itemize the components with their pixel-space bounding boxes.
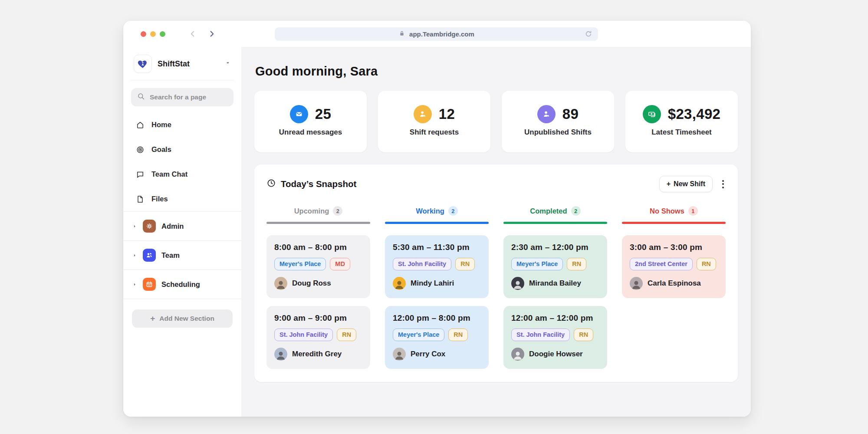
employee-name: Perry Cox bbox=[411, 350, 445, 358]
clock-icon bbox=[266, 178, 276, 190]
plus-icon: + bbox=[667, 180, 671, 188]
sidebar-item-label: Goals bbox=[151, 145, 171, 154]
sidebar-section-team[interactable]: Team bbox=[131, 241, 233, 270]
chevron-right-icon[interactable] bbox=[132, 224, 137, 229]
tab-label: Completed bbox=[530, 207, 567, 215]
reload-icon[interactable] bbox=[584, 30, 593, 39]
sidebar-item-files[interactable]: Files bbox=[131, 187, 233, 211]
shift-card[interactable]: 8:00 am – 8:00 pm Meyer's Place MD Doug … bbox=[266, 235, 370, 298]
role-chip: RN bbox=[574, 329, 593, 341]
forward-button[interactable] bbox=[207, 29, 217, 39]
chevron-right-icon[interactable] bbox=[132, 253, 137, 258]
tab-completed[interactable]: Completed 2 bbox=[503, 206, 607, 224]
file-icon bbox=[135, 195, 145, 204]
stat-value: 12 bbox=[439, 106, 455, 122]
sidebar-item-home[interactable]: Home bbox=[131, 112, 233, 137]
sidebar-section-scheduling[interactable]: Scheduling bbox=[131, 270, 233, 299]
shift-card[interactable]: 12:00 am – 12:00 pm St. John Facility RN… bbox=[503, 306, 607, 369]
plus-icon: + bbox=[150, 314, 155, 322]
search-placeholder: Search for a page bbox=[150, 93, 206, 101]
tab-underline bbox=[503, 222, 607, 224]
add-new-section-button[interactable]: + Add New Section bbox=[132, 309, 233, 328]
sidebar-item-label: Home bbox=[151, 121, 171, 129]
sidebar-item-label: Team Chat bbox=[151, 170, 187, 178]
avatar bbox=[393, 348, 406, 361]
stat-card-unread-messages[interactable]: 25 Unread messages bbox=[254, 91, 367, 152]
role-chip: RN bbox=[697, 258, 716, 270]
workspace-name: ShiftStat bbox=[158, 59, 225, 69]
tab-label: Upcoming bbox=[294, 207, 329, 215]
search-icon bbox=[137, 92, 145, 102]
employee-name: Meredith Grey bbox=[292, 350, 342, 358]
kebab-menu-icon[interactable] bbox=[720, 178, 726, 190]
stat-value: 25 bbox=[315, 106, 331, 122]
chevron-right-icon[interactable] bbox=[132, 282, 137, 287]
sidebar: ShiftStat Search for a page bbox=[123, 47, 241, 417]
window-controls bbox=[141, 31, 165, 37]
sidebar-item-goals[interactable]: Goals bbox=[131, 137, 233, 162]
role-chip: RN bbox=[448, 329, 468, 341]
calendar-icon bbox=[143, 278, 156, 291]
avatar bbox=[511, 277, 524, 290]
role-chip: RN bbox=[455, 258, 475, 270]
stat-label: Latest Timesheet bbox=[651, 128, 712, 137]
tab-underline bbox=[385, 222, 489, 224]
stat-card-latest-timesheet[interactable]: $23,492 Latest Timesheet bbox=[625, 91, 738, 152]
browser-chrome: app.Teambridge.com bbox=[123, 21, 751, 47]
shift-time: 12:00 am – 12:00 pm bbox=[511, 313, 599, 323]
column-working: 5:30 am – 11:30 pm St. John Facility RN … bbox=[385, 235, 489, 369]
tab-count-badge: 2 bbox=[448, 206, 458, 216]
close-window-button[interactable] bbox=[141, 31, 146, 37]
browser-window: app.Teambridge.com ShiftStat bbox=[123, 21, 751, 417]
avatar bbox=[511, 348, 524, 361]
column-no-shows: 3:00 am – 3:00 pm 2nd Street Center RN C… bbox=[622, 235, 726, 298]
tab-working[interactable]: Working 2 bbox=[385, 206, 489, 224]
workspace-switcher[interactable]: ShiftStat bbox=[134, 54, 231, 74]
minimize-window-button[interactable] bbox=[150, 31, 156, 37]
zoom-window-button[interactable] bbox=[160, 31, 165, 37]
tab-underline bbox=[266, 222, 370, 224]
stat-card-shift-requests[interactable]: 12 Shift requests bbox=[378, 91, 490, 152]
tab-count-badge: 2 bbox=[571, 206, 581, 216]
shift-card[interactable]: 3:00 am – 3:00 pm 2nd Street Center RN C… bbox=[622, 235, 726, 298]
stat-value: $23,492 bbox=[668, 106, 720, 122]
sidebar-section-label: Admin bbox=[161, 222, 184, 230]
stat-card-unpublished-shifts[interactable]: 89 Unpublished Shifts bbox=[502, 91, 614, 152]
snapshot-title: Today’s Snapshot bbox=[281, 179, 356, 189]
stat-label: Unread messages bbox=[279, 128, 342, 137]
gear-icon bbox=[143, 220, 156, 233]
stat-value: 89 bbox=[562, 106, 579, 122]
snapshot-tabs: Upcoming 2 Working 2 bbox=[266, 206, 726, 224]
chevron-down-icon[interactable] bbox=[225, 60, 231, 68]
shift-card[interactable]: 5:30 am – 11:30 pm St. John Facility RN … bbox=[385, 235, 489, 298]
back-button[interactable] bbox=[188, 29, 197, 39]
people-icon bbox=[143, 249, 156, 262]
stats-row: 25 Unread messages 12 Shift requests bbox=[254, 91, 738, 152]
lock-icon bbox=[398, 30, 405, 38]
employee-name: Mindy Lahiri bbox=[411, 279, 454, 288]
new-shift-button[interactable]: + New Shift bbox=[659, 176, 713, 192]
role-chip: MD bbox=[330, 258, 350, 270]
shift-card[interactable]: 2:30 am – 12:00 pm Meyer's Place RN Mira… bbox=[503, 235, 607, 298]
sidebar-section-admin[interactable]: Admin bbox=[131, 212, 233, 240]
shift-time: 2:30 am – 12:00 pm bbox=[511, 243, 599, 252]
cash-icon bbox=[643, 105, 661, 123]
tab-no-shows[interactable]: No Shows 1 bbox=[622, 206, 726, 224]
stat-label: Unpublished Shifts bbox=[524, 128, 592, 137]
tab-count-badge: 2 bbox=[333, 206, 342, 216]
url-bar[interactable]: app.Teambridge.com bbox=[275, 27, 598, 41]
location-chip: Meyer's Place bbox=[274, 258, 326, 270]
tab-upcoming[interactable]: Upcoming 2 bbox=[266, 206, 370, 224]
shift-card[interactable]: 12:00 pm – 8:00 pm Meyer's Place RN Perr… bbox=[385, 306, 489, 369]
new-shift-label: New Shift bbox=[674, 180, 705, 188]
avatar bbox=[274, 348, 287, 361]
shift-card[interactable]: 9:00 am – 9:00 pm St. John Facility RN M… bbox=[266, 306, 370, 369]
sidebar-item-team-chat[interactable]: Team Chat bbox=[131, 162, 233, 187]
role-chip: RN bbox=[337, 329, 356, 341]
search-input[interactable]: Search for a page bbox=[131, 88, 233, 106]
tab-underline bbox=[622, 222, 726, 224]
location-chip: Meyer's Place bbox=[511, 258, 563, 270]
employee-name: Miranda Bailey bbox=[529, 279, 581, 288]
column-upcoming: 8:00 am – 8:00 pm Meyer's Place MD Doug … bbox=[266, 235, 370, 369]
sidebar-section-label: Scheduling bbox=[161, 280, 200, 289]
